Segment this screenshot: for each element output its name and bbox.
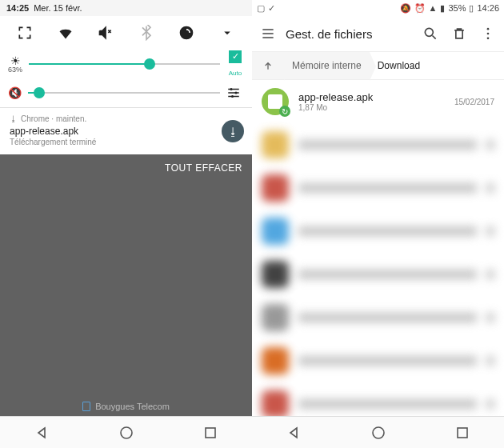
nfc-icon[interactable]	[174, 20, 199, 46]
overflow-icon[interactable]	[477, 22, 499, 45]
trash-icon[interactable]	[448, 22, 470, 45]
battery-percent: 35%	[448, 3, 466, 13]
file-list: app-release.apk 1,87 Mo 15/02/2017 xxxxx…	[252, 80, 504, 416]
home-button[interactable]	[117, 423, 136, 442]
brightness-icon: ☀ 63%	[8, 55, 22, 74]
status-time: 14:25	[6, 3, 29, 13]
svg-point-7	[487, 33, 490, 35]
carrier-label: Bouygues Telecom	[0, 397, 252, 416]
app-bar: Gest. de fichiers	[252, 16, 504, 51]
download-icon: ⭳	[10, 114, 18, 123]
svg-point-5	[425, 28, 433, 36]
svg-point-1	[235, 92, 238, 94]
status-bar: ▢ ✓ 🔕 ⏰ ▲ ▮ 35% ▯ 14:26	[252, 0, 504, 16]
svg-point-2	[231, 95, 234, 98]
back-button[interactable]	[33, 423, 52, 442]
status-date: Mer. 15 févr.	[34, 3, 82, 13]
notification-title: app-release.apk	[10, 126, 214, 137]
brightness-slider[interactable]	[29, 57, 220, 71]
file-row-hidden: xxxxxxxxxx	[252, 166, 504, 210]
clear-all-button[interactable]: TOUT EFFACER	[0, 154, 252, 182]
file-row-hidden: xxxxxxxxxx	[252, 210, 504, 253]
tune-icon[interactable]	[226, 86, 244, 100]
breadcrumb-up[interactable]	[252, 52, 284, 79]
file-row-hidden: xxxxxxxxxx	[252, 339, 504, 382]
notification-shade-pane: 14:25 Mer. 15 févr. ☀ 63% ✓ Auto 🔇	[0, 0, 252, 448]
recents-button[interactable]	[453, 423, 472, 442]
notification-subtitle: Téléchargement terminé	[10, 138, 214, 146]
bluetooth-off-icon[interactable]	[134, 20, 159, 46]
brightness-percent: 63%	[8, 66, 22, 74]
volume-off-icon: 🔇	[8, 86, 22, 99]
file-size: 1,87 Mo	[298, 103, 445, 112]
file-manager-pane: ▢ ✓ 🔕 ⏰ ▲ ▮ 35% ▯ 14:26 Gest. de fichier…	[252, 0, 504, 448]
menu-icon[interactable]	[257, 22, 279, 45]
navigation-bar	[0, 416, 252, 448]
volume-slider[interactable]	[28, 86, 220, 100]
alarm-icon: ⏰	[414, 3, 426, 14]
file-row-hidden: xxxxxxxxxx	[252, 123, 504, 166]
svg-rect-4	[206, 428, 215, 438]
back-button[interactable]	[285, 423, 304, 442]
home-button[interactable]	[369, 423, 388, 442]
file-row-hidden: xxxxxxxxxx	[252, 296, 504, 339]
recents-button[interactable]	[201, 423, 220, 442]
file-date: 15/02/2017	[454, 98, 494, 106]
battery-icon: ▯	[469, 3, 474, 14]
signal-icon: ▮	[440, 3, 445, 14]
navigation-bar	[252, 416, 504, 448]
quick-settings-row	[0, 16, 252, 50]
app-title: Gest. de fichiers	[286, 27, 413, 41]
image-icon: ▢	[257, 3, 265, 14]
status-bar: 14:25 Mer. 15 févr.	[0, 0, 252, 16]
auto-brightness-toggle[interactable]: ✓ Auto	[226, 50, 244, 78]
sim-icon	[82, 402, 90, 411]
wifi-icon: ▲	[429, 3, 438, 13]
shade-background	[0, 182, 252, 397]
file-row-hidden: xxxxxxxxxx	[252, 382, 504, 416]
expand-icon[interactable]	[214, 20, 240, 46]
notification-action-icon[interactable]: ⭳	[222, 120, 244, 142]
wifi-icon[interactable]	[53, 20, 78, 46]
svg-point-0	[230, 88, 233, 90]
file-row-apk[interactable]: app-release.apk 1,87 Mo 15/02/2017	[252, 80, 504, 123]
check-icon: ✓	[268, 3, 275, 14]
svg-point-3	[121, 427, 132, 438]
volume-row: 🔇	[0, 78, 252, 107]
svg-rect-10	[458, 428, 467, 438]
file-name: app-release.apk	[298, 91, 445, 103]
fullscreen-icon[interactable]	[12, 20, 38, 46]
volume-mute-icon[interactable]	[93, 20, 118, 46]
breadcrumb: Mémoire interne Download	[252, 51, 504, 80]
status-time: 14:26	[477, 3, 499, 13]
svg-point-6	[487, 28, 490, 30]
search-icon[interactable]	[419, 22, 442, 45]
download-notification[interactable]: ⭳ Chrome · mainten. app-release.apk Télé…	[0, 108, 252, 154]
svg-point-8	[487, 38, 490, 40]
breadcrumb-item-1[interactable]: Download	[370, 52, 428, 79]
brightness-row: ☀ 63% ✓ Auto	[0, 50, 252, 78]
apk-icon	[262, 88, 289, 115]
mute-icon: 🔕	[400, 3, 411, 14]
file-row-hidden: xxxxxxxxxx	[252, 253, 504, 296]
breadcrumb-item-0[interactable]: Mémoire interne	[284, 52, 370, 79]
notification-source: ⭳ Chrome · mainten.	[10, 114, 214, 123]
svg-point-9	[373, 427, 384, 438]
